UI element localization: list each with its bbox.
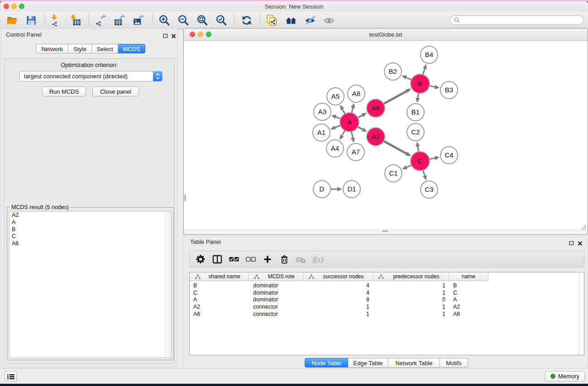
float-panel-icon[interactable] <box>569 239 574 248</box>
tab-select[interactable]: Select <box>92 44 118 53</box>
zoom-fit-icon[interactable] <box>196 14 209 27</box>
export-image-icon[interactable] <box>132 14 146 27</box>
table-row[interactable]: Bdominator41B <box>190 282 497 290</box>
refresh-icon[interactable] <box>240 14 253 27</box>
column-header-name[interactable]: name <box>449 272 488 281</box>
node-label-A7: A7 <box>352 148 360 156</box>
node-label-A6: A6 <box>372 104 380 112</box>
node-label-D1: D1 <box>347 185 356 193</box>
criterion-value: largest connected component (directed) <box>20 73 153 80</box>
table-row[interactable]: Adominator80A <box>190 296 497 304</box>
mcds-result-item[interactable]: A <box>10 219 171 226</box>
table-cell: 1 <box>373 282 449 290</box>
table-scrollbar[interactable] <box>579 272 584 355</box>
app-window: Session: New Session Control Panel Netwo… <box>0 1 588 383</box>
column-tree-icon <box>192 274 201 279</box>
table-cell: A <box>190 296 249 304</box>
column-header-shared-name[interactable]: shared name <box>190 272 249 281</box>
open-session-icon[interactable] <box>5 14 19 27</box>
svg-text:f(x): f(x) <box>313 255 324 263</box>
add-column-icon[interactable] <box>261 253 274 266</box>
scrollbar-thumb[interactable] <box>382 230 388 232</box>
network-window-titlebar[interactable]: testGlobe.txt <box>184 29 588 41</box>
memory-button[interactable]: Memory <box>545 371 585 381</box>
node-label-C3: C3 <box>425 186 433 193</box>
tab-motifs[interactable]: Motifs <box>440 358 468 367</box>
table-row[interactable]: A2connector11A2 <box>190 304 497 311</box>
resize-grip-icon[interactable] <box>580 224 587 232</box>
table-cell: 1 <box>303 304 373 311</box>
mcds-result-item[interactable]: A2 <box>10 212 171 219</box>
tab-network-table[interactable]: Network Table <box>388 358 440 367</box>
node-table: shared nameMCDS rolesuccessor nodesprede… <box>189 272 584 355</box>
table-cell: 0 <box>373 296 449 304</box>
save-session-icon[interactable] <box>24 14 38 27</box>
table-cell: 4 <box>303 290 373 297</box>
first-neighbors-icon[interactable] <box>284 14 298 27</box>
deselect-all-checkboxes-icon[interactable] <box>244 253 257 266</box>
zoom-out-icon[interactable] <box>177 14 190 27</box>
function-builder-icon[interactable]: f(x) <box>311 253 327 266</box>
table-type-tabs: Node TableEdge TableNetwork TableMotifs <box>305 358 468 367</box>
export-network-icon[interactable] <box>94 14 108 27</box>
split-columns-icon[interactable] <box>211 253 224 266</box>
node-label-A8: A8 <box>352 90 360 97</box>
mcds-result-item[interactable]: C <box>10 233 171 240</box>
table-cell: A2 <box>190 304 249 311</box>
column-header-successor-nodes[interactable]: successor nodes <box>303 272 373 281</box>
import-network-icon[interactable] <box>50 14 63 27</box>
table-cell: 1 <box>373 290 449 297</box>
tab-mcds[interactable]: MCDS <box>118 44 145 53</box>
node-label-A: A <box>347 118 352 126</box>
delete-column-icon[interactable] <box>278 253 291 266</box>
task-history-button[interactable] <box>5 371 17 381</box>
network-view-window: testGlobe.txt B4B2BB3A5A8A6A3AB1A1C2A2A4… <box>183 28 588 234</box>
network-vertical-scrollbar-thumb[interactable] <box>184 194 186 201</box>
node-label-B: B <box>418 80 422 87</box>
mcds-result-item[interactable]: B <box>10 226 171 234</box>
search-input[interactable] <box>462 17 583 24</box>
close-panel-button[interactable]: Close panel <box>92 86 139 96</box>
table-cell: dominator <box>249 290 303 297</box>
tab-style[interactable]: Style <box>68 44 92 53</box>
import-table-icon[interactable] <box>69 14 82 27</box>
table-toolbar: f(x) <box>189 251 584 267</box>
float-panel-icon[interactable] <box>163 32 168 40</box>
tab-edge-table[interactable]: Edge Table <box>348 358 388 367</box>
table-cell: A6 <box>449 311 488 318</box>
select-all-checkboxes-icon[interactable] <box>228 253 240 266</box>
table-cell: C <box>449 290 488 297</box>
mcds-result-title: MCDS result (5 nodes) <box>10 204 71 210</box>
status-bar: Memory <box>0 368 588 384</box>
table-row[interactable]: A6connector11A6 <box>190 311 497 318</box>
delete-table-icon[interactable] <box>295 253 307 266</box>
table-row[interactable]: Cdominator41C <box>190 290 497 297</box>
hide-selected-icon[interactable] <box>303 14 317 27</box>
show-all-icon[interactable] <box>322 14 336 27</box>
export-table-icon[interactable] <box>113 14 127 27</box>
column-header-predecessor-nodes[interactable]: predecessor nodes <box>373 272 449 281</box>
settings-gear-icon[interactable] <box>194 253 207 266</box>
app-titlebar[interactable]: Session: New Session <box>0 1 588 12</box>
search-field[interactable] <box>450 15 584 25</box>
node-label-B4: B4 <box>425 51 433 58</box>
mcds-result-list[interactable]: A2ABCA6 <box>9 211 172 358</box>
criterion-dropdown[interactable]: largest connected component (directed) <box>19 71 163 81</box>
result-list-scrollbar[interactable] <box>165 212 171 357</box>
mcds-result-item[interactable]: A6 <box>10 240 171 248</box>
column-header-mcds-role[interactable]: MCDS role <box>249 272 303 281</box>
tab-network[interactable]: Network <box>36 44 68 53</box>
dropdown-stepper-icon <box>153 71 162 81</box>
network-graph-canvas[interactable]: B4B2BB3A5A8A6A3AB1A1C2A2A4A7CC4C1C3DD1 <box>184 40 588 230</box>
memory-label: Memory <box>558 373 579 380</box>
zoom-selected-icon[interactable] <box>215 14 228 27</box>
duplicate-network-icon[interactable] <box>265 14 279 27</box>
table-cell: 1 <box>373 311 449 318</box>
toolbar-separator <box>260 14 261 27</box>
network-horizontal-scrollbar[interactable] <box>184 229 587 233</box>
run-mcds-button[interactable]: Run MCDS <box>42 86 86 96</box>
close-panel-icon[interactable] <box>578 239 583 248</box>
zoom-in-icon[interactable] <box>158 14 171 27</box>
tab-node-table[interactable]: Node Table <box>305 358 348 367</box>
close-panel-icon[interactable] <box>171 32 176 40</box>
